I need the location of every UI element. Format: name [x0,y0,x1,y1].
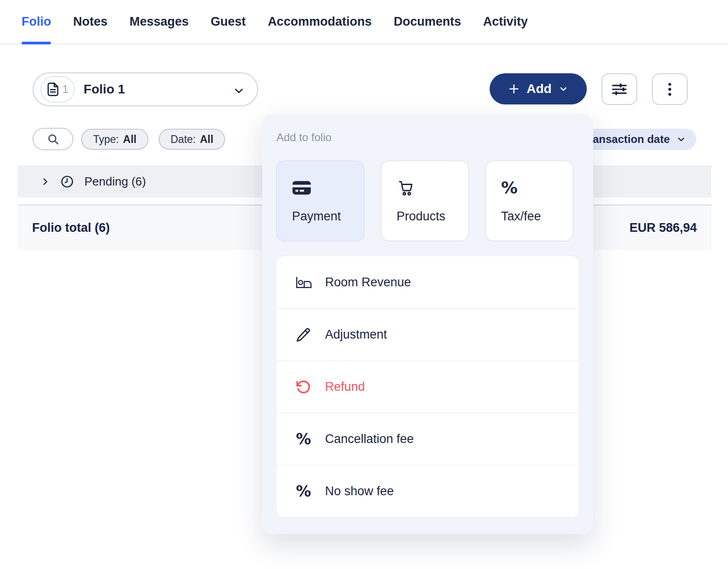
folio-total-label: Folio total (6) [32,221,110,235]
cart-icon [397,178,468,197]
menu-item-room-revenue-label: Room Revenue [325,275,411,290]
search-icon [46,132,60,146]
tile-tax-fee-label: Tax/fee [501,209,573,224]
tab-accommodations[interactable]: Accommodations [268,0,372,44]
add-menu-title: Add to folio [276,131,331,144]
search-button[interactable] [33,128,73,150]
plus-icon [508,83,520,95]
tab-folio[interactable]: Folio [22,0,51,44]
chevron-down-icon [232,84,245,97]
document-icon [47,82,59,96]
menu-item-refund-label: Refund [325,380,365,394]
filter-chip-type-label: Type: [93,133,119,146]
menu-item-adjustment-label: Adjustment [325,328,387,342]
folio-number: 1 [62,83,68,96]
chevron-down-icon [558,84,568,94]
add-menu-tiles: Payment Products % Tax/fee [276,160,574,241]
tab-guest[interactable]: Guest [211,0,246,44]
tab-activity[interactable]: Activity [483,0,528,44]
tab-documents[interactable]: Documents [394,0,461,44]
bed-icon [294,274,313,290]
tile-tax-fee[interactable]: % Tax/fee [485,160,574,241]
filters-button[interactable] [601,73,637,105]
credit-card-icon [292,178,364,197]
refund-arrow-icon [294,379,313,395]
tile-products[interactable]: Products [381,160,469,241]
filter-chip-type-value: All [123,133,136,146]
percent-icon: % [294,432,313,447]
folio-selector-dropdown[interactable]: 1 Folio 1 [33,72,258,106]
sliders-icon [611,82,628,97]
tile-payment-label: Payment [292,209,364,224]
pending-group-label: Pending (6) [84,175,146,189]
menu-item-adjustment[interactable]: Adjustment [276,308,579,361]
menu-item-no-show-fee-label: No show fee [325,484,394,498]
chevron-down-icon [676,134,686,144]
folio-total-amount: EUR 586,94 [629,221,697,235]
kebab-menu-icon [663,82,677,97]
menu-item-refund[interactable]: Refund [276,361,579,413]
filter-chip-date-label: Date: [171,133,196,146]
chevron-right-icon [40,177,50,186]
tab-notes[interactable]: Notes [73,0,107,44]
menu-item-no-show-fee[interactable]: % No show fee [276,465,579,517]
menu-item-cancellation-fee-label: Cancellation fee [325,432,414,446]
filter-chip-date[interactable]: Date: All [159,129,225,150]
folio-page: Folio Notes Messages Guest Accommodation… [0,0,728,569]
percent-icon: % [501,178,573,197]
sort-chip-label: Transaction date [582,133,670,146]
pencil-icon [294,327,313,343]
more-options-button[interactable] [652,73,688,105]
add-menu-list: Room Revenue Adjustment [276,256,579,518]
tile-products-label: Products [397,209,468,224]
percent-icon: % [294,484,313,499]
menu-item-cancellation-fee[interactable]: % Cancellation fee [276,413,579,465]
page-tabbar: Folio Notes Messages Guest Accommodation… [0,0,728,44]
folio-number-badge: 1 [40,76,75,103]
folio-selector-label: Folio 1 [83,82,125,97]
filter-chip-date-value: All [200,133,213,146]
add-to-folio-menu: Add to folio Payment [262,115,593,534]
filter-chip-type[interactable]: Type: All [81,129,149,150]
tile-payment[interactable]: Payment [276,160,364,241]
add-button[interactable]: Add [490,73,587,104]
menu-item-room-revenue[interactable]: Room Revenue [276,256,579,308]
clock-icon [60,175,74,189]
add-button-label: Add [527,82,552,96]
tab-messages[interactable]: Messages [130,0,189,44]
